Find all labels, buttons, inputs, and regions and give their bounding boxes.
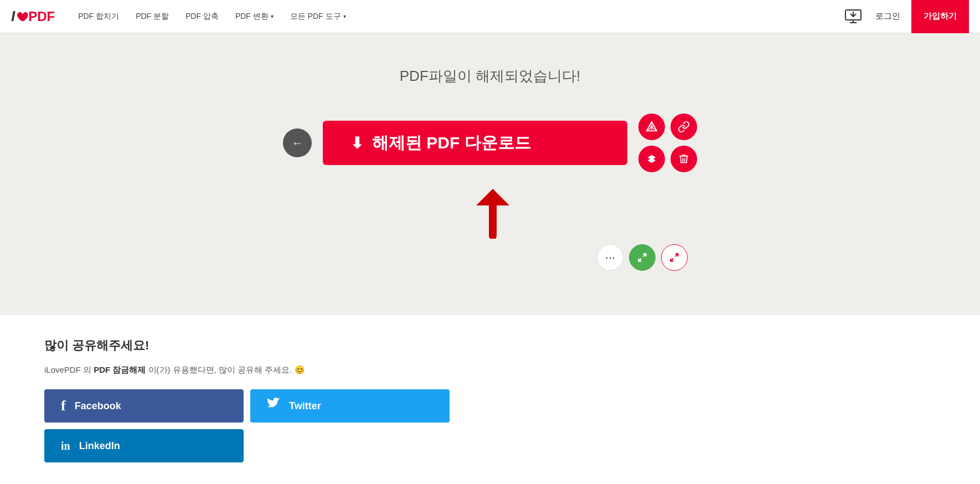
delete-icon (678, 153, 689, 165)
main-nav: PDF 합치기 PDF 분할 PDF 압축 PDF 변환 ▾ 모든 PDF 도구… (71, 8, 842, 25)
delete-button[interactable] (670, 146, 697, 172)
tools-row: ⋯ (11, 244, 969, 271)
share-buttons: f Facebook Twitter in LinkedIn (44, 389, 465, 462)
nav-compress[interactable]: PDF 압축 (179, 8, 225, 25)
logo-pdf: PDF (28, 9, 55, 24)
share-title: 많이 공유해주세요! (44, 337, 936, 354)
login-button[interactable]: 로그인 (870, 11, 906, 22)
logo-i: I (11, 8, 15, 25)
more-icon: ⋯ (605, 251, 615, 264)
dropbox-icon (646, 153, 658, 165)
expand-icon (669, 252, 680, 263)
side-icons (638, 114, 697, 172)
success-title: PDF파일이 해제되었습니다! (11, 66, 969, 86)
arrow-container (11, 189, 969, 239)
svg-marker-12 (476, 189, 509, 205)
up-arrow-icon (476, 189, 509, 239)
linkedin-icon: in (61, 440, 70, 452)
expand-tool-button[interactable] (661, 244, 688, 271)
share-row-top: f Facebook Twitter (44, 389, 465, 423)
share-description: iLovePDF 의 PDF 잠금해제 이(가) 유용했다면, 많이 공유해 주… (44, 365, 936, 375)
dropbox-button[interactable] (638, 146, 665, 172)
nav-merge[interactable]: PDF 합치기 (71, 8, 126, 25)
google-drive-icon (646, 121, 658, 133)
main-content: PDF파일이 해제되었습니다! ← ⬇ 해제된 PDF 다운로드 (0, 33, 980, 304)
download-icon: ⬇ (350, 134, 363, 152)
convert-arrow-icon: ▾ (271, 13, 274, 19)
compress-icon (637, 252, 648, 263)
header-right: 로그인 가입하기 (842, 0, 969, 33)
all-tools-arrow-icon: ▾ (343, 13, 346, 19)
more-options-button[interactable]: ⋯ (597, 244, 623, 271)
google-drive-button[interactable] (638, 114, 665, 140)
heart-icon (16, 11, 28, 22)
back-button[interactable]: ← (283, 128, 312, 157)
action-row: ← ⬇ 해제된 PDF 다운로드 (11, 114, 969, 172)
back-icon: ← (292, 137, 303, 150)
linkedin-share-button[interactable]: in LinkedIn (44, 429, 244, 462)
logo[interactable]: I PDF (11, 8, 55, 25)
monitor-icon (844, 9, 862, 24)
signup-button[interactable]: 가입하기 (911, 0, 969, 33)
share-section: 많이 공유해주세요! iLovePDF 의 PDF 잠금해제 이(가) 유용했다… (0, 315, 980, 484)
facebook-share-button[interactable]: f Facebook (44, 389, 244, 423)
twitter-share-button[interactable]: Twitter (250, 389, 450, 423)
nav-split[interactable]: PDF 분할 (129, 8, 176, 25)
twitter-icon (267, 398, 280, 414)
download-button[interactable]: ⬇ 해제된 PDF 다운로드 (323, 121, 627, 165)
nav-all-tools[interactable]: 모든 PDF 도구 ▾ (283, 8, 353, 25)
desktop-download-icon[interactable] (842, 6, 864, 28)
nav-convert[interactable]: PDF 변환 ▾ (229, 8, 280, 25)
svg-marker-9 (648, 158, 656, 163)
header: I PDF PDF 합치기 PDF 분할 PDF 압축 PDF 변환 ▾ 모든 … (0, 0, 980, 33)
share-row-bottom: in LinkedIn (44, 429, 465, 462)
side-row-top (638, 114, 697, 140)
link-icon (678, 121, 690, 133)
copy-link-button[interactable] (670, 114, 697, 140)
compress-tool-button[interactable] (629, 244, 656, 271)
facebook-icon: f (61, 398, 66, 414)
side-row-bottom (638, 146, 697, 172)
